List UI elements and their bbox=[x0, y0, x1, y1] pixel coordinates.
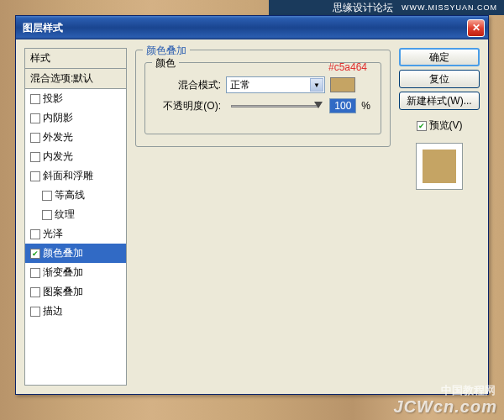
style-item-label: 光泽 bbox=[43, 227, 63, 241]
style-item-label: 内阴影 bbox=[43, 111, 73, 125]
style-item-label: 描边 bbox=[43, 304, 63, 318]
new-style-button[interactable]: 新建样式(W)... bbox=[399, 92, 480, 110]
color-overlay-group: 颜色叠加 颜色 #c5a464 混合模式: 正常 ▼ 不透明度(O): bbox=[135, 50, 391, 147]
style-item-label: 纹理 bbox=[55, 207, 75, 222]
style-checkbox[interactable] bbox=[30, 152, 40, 162]
watermark-text-1: 中国教程网 bbox=[441, 383, 496, 398]
style-item[interactable]: 纹理 bbox=[25, 205, 126, 224]
styles-header[interactable]: 样式 bbox=[25, 49, 126, 69]
style-item-label: 图案叠加 bbox=[43, 285, 83, 299]
blend-defaults[interactable]: 混合选项:默认 bbox=[25, 69, 126, 89]
style-item[interactable]: 描边 bbox=[25, 302, 126, 321]
style-item[interactable]: 图案叠加 bbox=[25, 282, 126, 302]
style-item[interactable]: 斜面和浮雕 bbox=[25, 166, 126, 186]
style-item-label: 渐变叠加 bbox=[43, 265, 83, 280]
style-item[interactable]: 渐变叠加 bbox=[25, 263, 126, 282]
titlebar[interactable]: 图层样式 ✕ bbox=[16, 16, 488, 39]
opacity-label: 不透明度(O): bbox=[155, 99, 221, 113]
style-item-label: 内发光 bbox=[43, 150, 73, 164]
blend-mode-value: 正常 bbox=[230, 78, 250, 92]
style-checkbox[interactable] bbox=[30, 307, 40, 317]
action-panel: 确定 复位 新建样式(W)... ✔ 预览(V) bbox=[399, 48, 480, 386]
style-item[interactable]: 内发光 bbox=[25, 147, 126, 166]
chevron-down-icon: ▼ bbox=[310, 78, 323, 92]
close-button[interactable]: ✕ bbox=[467, 19, 485, 37]
style-checkbox[interactable] bbox=[30, 287, 40, 297]
style-checkbox[interactable] bbox=[30, 133, 40, 143]
style-item-label: 斜面和浮雕 bbox=[43, 169, 93, 183]
opacity-slider[interactable] bbox=[231, 105, 319, 108]
style-item-label: 外发光 bbox=[43, 130, 73, 144]
style-item-label: 投影 bbox=[43, 92, 63, 106]
site-name: 思缘设计论坛 bbox=[333, 1, 393, 15]
dialog-body: 样式 混合选项:默认 投影内阴影外发光内发光斜面和浮雕等高线纹理光泽✔颜色叠加渐… bbox=[16, 39, 488, 394]
style-checkbox[interactable] bbox=[30, 94, 40, 104]
opacity-row: 不透明度(O): 100 % bbox=[155, 98, 370, 113]
hex-annotation: #c5a464 bbox=[328, 61, 367, 73]
layer-style-dialog: 图层样式 ✕ 样式 混合选项:默认 投影内阴影外发光内发光斜面和浮雕等高线纹理光… bbox=[15, 15, 489, 395]
style-list: 投影内阴影外发光内发光斜面和浮雕等高线纹理光泽✔颜色叠加渐变叠加图案叠加描边 bbox=[25, 89, 126, 385]
style-item[interactable]: 投影 bbox=[25, 89, 126, 108]
preview-label: 预览(V) bbox=[429, 118, 463, 133]
preview-checkbox[interactable]: ✔ bbox=[417, 121, 427, 131]
style-checkbox[interactable] bbox=[42, 191, 52, 201]
style-checkbox[interactable] bbox=[30, 113, 40, 123]
color-legend: 颜色 bbox=[152, 56, 179, 71]
style-item[interactable]: 等高线 bbox=[25, 186, 126, 205]
color-group: 颜色 #c5a464 混合模式: 正常 ▼ 不透明度(O): bbox=[144, 62, 381, 134]
site-header: 思缘设计论坛 WWW.MISSYUAN.COM bbox=[269, 0, 504, 15]
blend-mode-label: 混合模式: bbox=[155, 78, 221, 92]
close-icon: ✕ bbox=[472, 22, 480, 34]
site-url: WWW.MISSYUAN.COM bbox=[402, 3, 497, 12]
ok-button[interactable]: 确定 bbox=[399, 48, 480, 66]
reset-button[interactable]: 复位 bbox=[399, 70, 480, 88]
opacity-unit: % bbox=[361, 100, 370, 112]
preview-box bbox=[416, 143, 463, 190]
style-checkbox[interactable] bbox=[30, 268, 40, 278]
preview-swatch bbox=[423, 150, 456, 183]
styles-panel: 样式 混合选项:默认 投影内阴影外发光内发光斜面和浮雕等高线纹理光泽✔颜色叠加渐… bbox=[24, 48, 127, 386]
dialog-title: 图层样式 bbox=[23, 21, 467, 35]
style-item[interactable]: ✔颜色叠加 bbox=[25, 244, 126, 263]
style-checkbox[interactable]: ✔ bbox=[30, 249, 40, 259]
preview-toggle[interactable]: ✔ 预览(V) bbox=[399, 118, 480, 133]
blend-mode-row: 混合模式: 正常 ▼ bbox=[155, 76, 370, 93]
style-item[interactable]: 光泽 bbox=[25, 224, 126, 244]
color-swatch[interactable] bbox=[330, 77, 355, 92]
blend-mode-select[interactable]: 正常 ▼ bbox=[226, 76, 325, 93]
style-item-label: 等高线 bbox=[55, 188, 85, 202]
style-checkbox[interactable] bbox=[30, 171, 40, 181]
style-item[interactable]: 外发光 bbox=[25, 128, 126, 147]
style-item-label: 颜色叠加 bbox=[43, 246, 83, 260]
slider-thumb-icon bbox=[314, 102, 323, 108]
style-checkbox[interactable] bbox=[42, 210, 52, 220]
settings-panel: 颜色叠加 颜色 #c5a464 混合模式: 正常 ▼ 不透明度(O): bbox=[130, 48, 396, 386]
style-checkbox[interactable] bbox=[30, 229, 40, 239]
opacity-input[interactable]: 100 bbox=[329, 98, 356, 113]
style-item[interactable]: 内阴影 bbox=[25, 108, 126, 128]
watermark-text-2: JCWcn.com bbox=[394, 397, 497, 417]
